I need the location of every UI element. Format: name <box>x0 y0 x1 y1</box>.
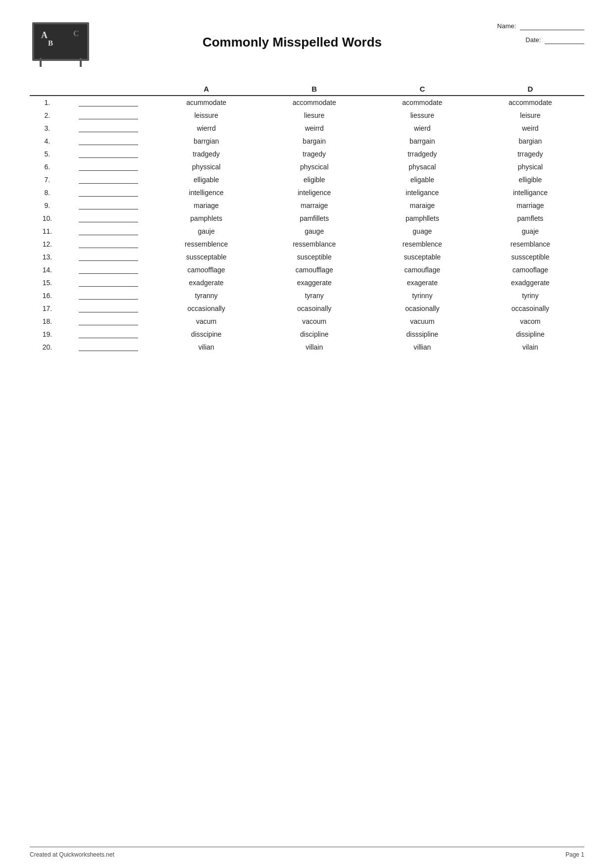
table-row: 17. occasionallyocasoinallyocasionallyoc… <box>30 302 584 315</box>
answer-blank[interactable] <box>79 189 138 197</box>
col-d-cell: occasoinally <box>476 302 584 315</box>
col-c-cell: physacal <box>368 160 476 173</box>
name-field[interactable] <box>520 22 584 30</box>
table-header-row: A B C D <box>30 82 584 96</box>
answer-blank[interactable] <box>79 150 138 158</box>
answer-blank[interactable] <box>79 202 138 209</box>
answer-blank[interactable] <box>79 330 138 338</box>
col-a-cell: vacum <box>153 315 260 328</box>
col-a-cell: pamphlets <box>153 212 260 225</box>
answer-blank[interactable] <box>79 317 138 325</box>
header-area: A B C Commonly Misspelled Words Name: <box>30 20 584 67</box>
answer-blank[interactable] <box>79 343 138 351</box>
col-a-cell: camoofflage <box>153 263 260 276</box>
answer-cell[interactable] <box>65 238 153 251</box>
table-row: 4. barrgianbargainbarrgainbargian <box>30 135 584 148</box>
answer-cell[interactable] <box>65 276 153 289</box>
row-number: 7. <box>30 173 65 186</box>
answer-cell[interactable] <box>65 160 153 173</box>
table-row: 18. vacumvacoumvacuumvacom <box>30 315 584 328</box>
answer-cell[interactable] <box>65 135 153 148</box>
answer-blank[interactable] <box>79 292 138 300</box>
col-c-cell: disssipline <box>368 328 476 341</box>
answer-blank[interactable] <box>79 253 138 261</box>
row-number: 1. <box>30 96 65 109</box>
answer-cell[interactable] <box>65 122 153 135</box>
answer-cell[interactable] <box>65 199 153 212</box>
col-b-cell: inteligence <box>260 186 368 199</box>
answer-blank[interactable] <box>79 214 138 222</box>
answer-cell[interactable] <box>65 173 153 186</box>
col-a-cell: exadgerate <box>153 276 260 289</box>
answer-blank[interactable] <box>79 137 138 145</box>
table-row: 1. acummodateaccommodateacommodateaccomm… <box>30 96 584 109</box>
answer-cell[interactable] <box>65 225 153 238</box>
answer-cell[interactable] <box>65 341 153 354</box>
col-d-cell: leisure <box>476 109 584 122</box>
col-b-cell: weirrd <box>260 122 368 135</box>
col-c-cell: vacuum <box>368 315 476 328</box>
date-field[interactable] <box>545 36 584 44</box>
answer-cell[interactable] <box>65 315 153 328</box>
col-c-cell: tyrinny <box>368 289 476 302</box>
col-a-header: A <box>153 82 260 96</box>
row-number: 3. <box>30 122 65 135</box>
col-a-cell: physsical <box>153 160 260 173</box>
answer-blank[interactable] <box>79 124 138 132</box>
row-number: 18. <box>30 315 65 328</box>
col-d-cell: marriage <box>476 199 584 212</box>
col-b-cell: accommodate <box>260 96 368 109</box>
col-b-cell: tyrany <box>260 289 368 302</box>
row-number: 17. <box>30 302 65 315</box>
row-number: 2. <box>30 109 65 122</box>
col-b-cell: physcical <box>260 160 368 173</box>
footer-left: Created at Quickworksheets.net <box>30 851 114 858</box>
table-row: 7. elligableeligibleeligableelligible <box>30 173 584 186</box>
col-c-cell: barrgain <box>368 135 476 148</box>
answer-blank[interactable] <box>79 279 138 287</box>
answer-blank[interactable] <box>79 163 138 171</box>
col-b-cell: pamfillets <box>260 212 368 225</box>
row-number: 9. <box>30 199 65 212</box>
col-d-cell: vilain <box>476 341 584 354</box>
table-row: 15. exadgerateexaggerateexagerateexadgge… <box>30 276 584 289</box>
row-number: 5. <box>30 148 65 160</box>
col-num-header <box>30 82 65 96</box>
answer-cell[interactable] <box>65 212 153 225</box>
answer-cell[interactable] <box>65 186 153 199</box>
col-d-cell: accommodate <box>476 96 584 109</box>
row-number: 4. <box>30 135 65 148</box>
table-row: 9. mariagemarraigemaraigemarriage <box>30 199 584 212</box>
col-b-header: B <box>260 82 368 96</box>
answer-cell[interactable] <box>65 328 153 341</box>
col-c-cell: eligable <box>368 173 476 186</box>
table-row: 5. tradgedytragedytrradgedytrragedy <box>30 148 584 160</box>
row-number: 10. <box>30 212 65 225</box>
answer-cell[interactable] <box>65 96 153 109</box>
col-a-cell: disscipine <box>153 328 260 341</box>
answer-blank[interactable] <box>79 227 138 235</box>
answer-cell[interactable] <box>65 302 153 315</box>
answer-blank[interactable] <box>79 176 138 184</box>
answer-cell[interactable] <box>65 109 153 122</box>
answer-blank[interactable] <box>79 240 138 248</box>
answer-cell[interactable] <box>65 289 153 302</box>
answer-blank[interactable] <box>79 305 138 312</box>
answer-cell[interactable] <box>65 148 153 160</box>
row-number: 11. <box>30 225 65 238</box>
row-number: 6. <box>30 160 65 173</box>
col-c-cell: camouflage <box>368 263 476 276</box>
answer-blank[interactable] <box>79 99 138 106</box>
answer-cell[interactable] <box>65 251 153 263</box>
col-c-cell: maraige <box>368 199 476 212</box>
svg-text:C: C <box>73 29 79 38</box>
col-a-cell: leissure <box>153 109 260 122</box>
answer-blank[interactable] <box>79 111 138 119</box>
answer-blank[interactable] <box>79 266 138 274</box>
blackboard-icon: A B C <box>30 20 94 67</box>
answer-cell[interactable] <box>65 263 153 276</box>
col-b-cell: gauge <box>260 225 368 238</box>
col-a-cell: wierrd <box>153 122 260 135</box>
col-d-cell: sussceptible <box>476 251 584 263</box>
col-c-cell: liessure <box>368 109 476 122</box>
